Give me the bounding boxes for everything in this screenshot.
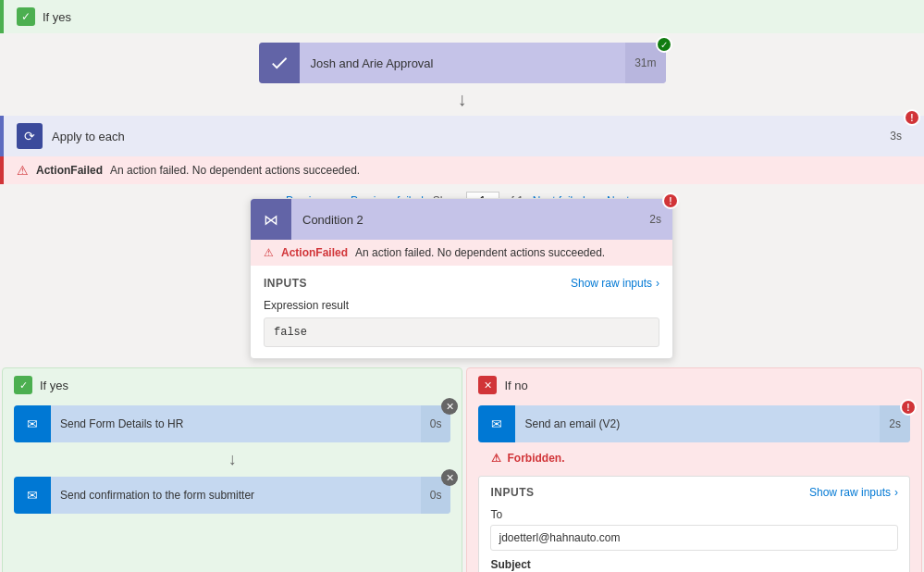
- condition-error-bar: ⚠ ActionFailed An action failed. No depe…: [251, 240, 672, 266]
- chevron-right-icon: ›: [656, 277, 659, 290]
- inputs-label: INPUTS: [264, 277, 307, 290]
- condition-inputs: INPUTS Show raw inputs › Expression resu…: [251, 266, 672, 358]
- condition-card: ⋈ Condition 2 2s ! ⚠ ActionFailed An act…: [250, 198, 673, 359]
- arrow-down-1: ↓: [0, 83, 924, 116]
- send-email-title: Send an email (V2): [515, 417, 880, 430]
- inputs-header: INPUTS Show raw inputs ›: [264, 277, 659, 290]
- approval-node[interactable]: Josh and Arie Approval 31m ✓: [259, 43, 666, 83]
- condition-warn-icon: ⚠: [264, 246, 274, 259]
- approval-icon: [259, 43, 300, 83]
- warn-icon: ⚠: [17, 163, 29, 178]
- condition-error-detail: An action failed. No dependent actions s…: [355, 246, 605, 259]
- condition-header: ⋈ Condition 2 2s !: [251, 199, 672, 240]
- if-no-header: ✕ If no: [467, 368, 921, 402]
- send-confirm-title: Send confirmation to the form submitter: [51, 489, 421, 502]
- send-email-error-badge: !: [900, 399, 917, 416]
- error-action-failed: ActionFailed: [36, 164, 103, 177]
- apply-each-error-badge: !: [904, 109, 920, 126]
- condition-title: Condition 2: [291, 213, 638, 227]
- approval-node-wrapper: Josh and Arie Approval 31m ✓: [0, 43, 924, 83]
- expression-result-value: false: [264, 317, 659, 347]
- send-email-icon: ✉: [478, 405, 515, 442]
- to-label: To: [490, 508, 898, 521]
- email-show-raw[interactable]: Show raw inputs ›: [809, 486, 898, 499]
- forbidden-warn-icon: ⚠: [491, 452, 501, 465]
- if-yes-bottom-header: ✓ If yes: [3, 368, 462, 402]
- email-inputs-card: INPUTS Show raw inputs › To jdoetterl@ha…: [478, 476, 910, 572]
- email-inputs-label: INPUTS: [490, 486, 534, 499]
- if-yes-bottom: ✓ If yes ✉ Send Form Details to HR 0s ✕ …: [2, 367, 462, 572]
- condition-error-failed: ActionFailed: [281, 246, 348, 259]
- to-value: jdoetterl@hahnauto.com: [490, 525, 898, 551]
- success-badge: ✓: [656, 36, 672, 53]
- if-yes-bottom-label: If yes: [40, 379, 68, 392]
- condition-icon: ⋈: [251, 199, 291, 240]
- send-form-icon: ✉: [14, 405, 51, 442]
- if-no-x-icon: ✕: [478, 376, 497, 394]
- send-form-title: Send Form Details to HR: [51, 417, 421, 430]
- close-send-form-btn[interactable]: ✕: [441, 398, 458, 415]
- condition-time: 2s: [638, 213, 672, 226]
- forbidden-text: Forbidden.: [507, 452, 564, 465]
- error-detail: An action failed. No dependent actions s…: [110, 164, 360, 177]
- subject-label: Subject: [490, 558, 898, 571]
- bottom-section: ✓ If yes ✉ Send Form Details to HR 0s ✕ …: [0, 366, 924, 572]
- check-icon: ✓: [17, 7, 35, 26]
- if-yes-top-bar: ✓ If yes: [0, 0, 924, 33]
- error-bar-main: ⚠ ActionFailed An action failed. No depe…: [0, 156, 924, 184]
- condition-error-badge: !: [662, 193, 679, 209]
- workflow-container: ✓ If yes Josh and Arie Approval 31m ✓ ↓ …: [0, 0, 924, 572]
- apply-each-icon: ⟳: [17, 123, 43, 149]
- email-chevron-right-icon: ›: [894, 486, 898, 499]
- email-show-raw-label: Show raw inputs: [809, 486, 891, 499]
- arrow-down-2: ↓: [3, 446, 462, 473]
- if-no-label: If no: [504, 379, 527, 392]
- show-raw-label: Show raw inputs: [571, 277, 652, 290]
- approval-title: Josh and Arie Approval: [300, 56, 626, 70]
- apply-each-time: 3s: [890, 130, 902, 143]
- email-inputs-header: INPUTS Show raw inputs ›: [490, 486, 898, 499]
- send-form-details-node[interactable]: ✉ Send Form Details to HR 0s ✕: [14, 405, 450, 442]
- apply-each-label: Apply to each: [52, 130, 890, 143]
- if-yes-check-icon: ✓: [14, 376, 32, 394]
- close-send-confirm-btn[interactable]: ✕: [441, 469, 458, 486]
- send-confirmation-node[interactable]: ✉ Send confirmation to the form submitte…: [14, 477, 450, 514]
- expression-result-label: Expression result: [264, 299, 659, 312]
- send-email-node[interactable]: ✉ Send an email (V2) 2s !: [478, 405, 910, 442]
- apply-to-each[interactable]: ⟳ Apply to each 3s !: [0, 116, 924, 156]
- forbidden-bar: ⚠ Forbidden.: [478, 446, 910, 470]
- show-raw-inputs[interactable]: Show raw inputs ›: [571, 277, 659, 290]
- if-no-section: ✕ If no ✉ Send an email (V2) 2s ! ⚠ Forb…: [466, 367, 922, 572]
- if-yes-top-label: If yes: [43, 10, 71, 24]
- send-confirm-icon: ✉: [14, 477, 51, 514]
